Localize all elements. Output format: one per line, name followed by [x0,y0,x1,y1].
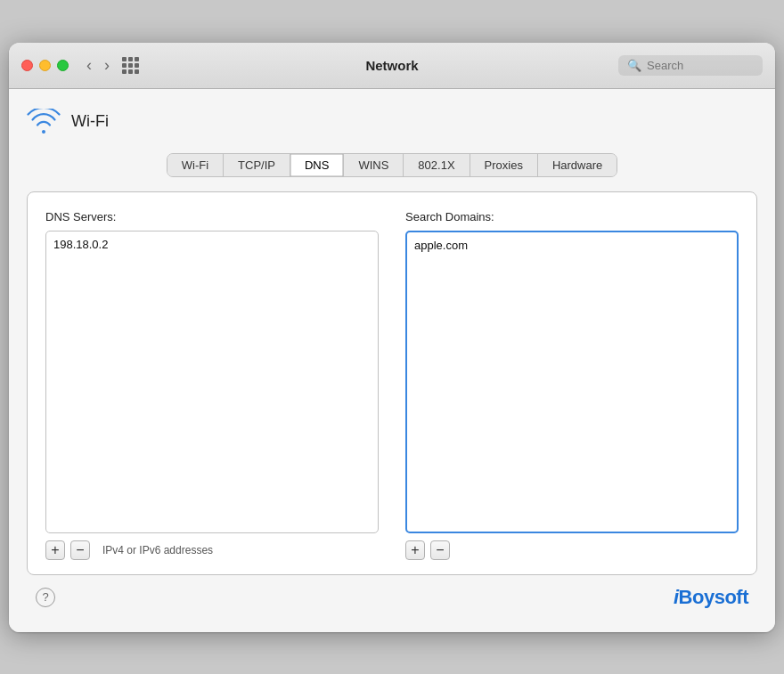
dns-hint-text: IPv4 or IPv6 addresses [102,544,213,556]
back-button[interactable]: ‹ [83,57,95,73]
add-search-domain-button[interactable]: + [405,540,425,560]
search-icon: 🔍 [627,59,641,72]
forward-button[interactable]: › [101,57,113,73]
iboysoft-logo: iBoysoft [674,586,748,609]
logo-text: Boysoft [679,586,748,608]
traffic-lights [21,60,69,71]
close-button[interactable] [21,60,33,71]
dns-servers-btn-row: + − IPv4 or IPv6 addresses [45,540,379,560]
grid-dot [128,63,133,68]
minimize-button[interactable] [39,60,51,71]
grid-dot [122,57,127,61]
wifi-label: Wi-Fi [71,112,109,131]
remove-search-domain-button[interactable]: − [430,540,450,560]
search-domain-entry: apple.com [414,238,730,253]
tab-wins[interactable]: WINS [344,154,404,176]
apps-grid-icon[interactable] [122,57,139,74]
grid-dot [128,57,133,61]
bottom-bar: ? iBoysoft [27,575,757,614]
tab-wifi[interactable]: Wi-Fi [167,154,224,176]
content-area: Wi-Fi Wi-Fi TCP/IP DNS WINS 802.1X Proxi… [9,89,775,632]
wifi-icon [27,105,61,139]
dns-servers-column: DNS Servers: 198.18.0.2 + − IPv4 or IPv6… [45,210,379,560]
search-domains-label: Search Domains: [405,210,739,223]
tab-bar: Wi-Fi TCP/IP DNS WINS 802.1X Proxies Har… [167,153,618,177]
wifi-header: Wi-Fi [27,105,757,139]
add-dns-server-button[interactable]: + [45,540,65,560]
tab-hardware[interactable]: Hardware [538,154,617,176]
dns-panel: DNS Servers: 198.18.0.2 + − IPv4 or IPv6… [27,191,757,575]
main-window: ‹ › Network 🔍 [9,43,775,632]
remove-dns-server-button[interactable]: − [70,540,90,560]
grid-dot [128,69,133,74]
search-domains-list[interactable]: apple.com [405,231,739,533]
tab-dns[interactable]: DNS [290,154,344,176]
search-domains-column: Search Domains: apple.com + − [405,210,739,560]
search-box[interactable]: 🔍 [618,55,763,76]
dns-columns: DNS Servers: 198.18.0.2 + − IPv4 or IPv6… [45,210,739,560]
maximize-button[interactable] [57,60,69,71]
nav-buttons: ‹ › [83,57,113,73]
grid-dot [122,69,127,74]
tab-proxies[interactable]: Proxies [470,154,538,176]
search-domains-btn-row: + − [405,540,739,560]
tab-tcpip[interactable]: TCP/IP [224,154,290,176]
grid-dot [135,69,139,74]
search-input[interactable] [647,59,754,72]
titlebar: ‹ › Network 🔍 [9,43,775,89]
help-button[interactable]: ? [36,588,55,607]
dns-server-entry: 198.18.0.2 [53,237,371,252]
dns-servers-label: DNS Servers: [45,210,379,223]
grid-dot [135,63,139,68]
window-title: Network [365,58,418,73]
grid-dot [135,57,139,61]
tab-8021x[interactable]: 802.1X [404,154,470,176]
grid-dot [122,63,127,68]
dns-servers-list[interactable]: 198.18.0.2 [45,231,379,533]
